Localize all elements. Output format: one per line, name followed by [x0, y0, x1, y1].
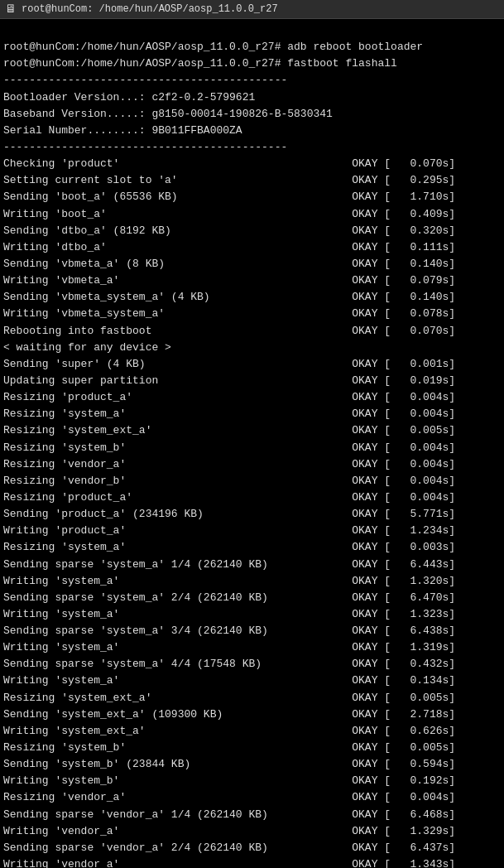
terminal-line: Sending 'boot_a' (65536 KB) OKAY [ 1.710… — [3, 189, 501, 205]
terminal-line: root@hunCom:/home/hun/AOSP/aosp_11.0.0_r… — [3, 55, 501, 72]
terminal-line: Sending 'super' (4 KB) OKAY [ 0.001s] — [3, 356, 501, 373]
terminal-line: Sending 'vbmeta_a' (8 KB) OKAY [ 0.140s] — [3, 256, 501, 272]
terminal-line: Setting current slot to 'a' OKAY [ 0.295… — [3, 172, 501, 189]
terminal-line: Sending sparse 'system_a' 3/4 (262140 KB… — [3, 623, 501, 639]
terminal-line: Resizing 'system_ext_a' OKAY [ 0.005s] — [3, 422, 501, 439]
terminal-line: < waiting for any device > — [3, 340, 501, 356]
terminal-line: Baseband Version.....: g8150-00014-19082… — [3, 106, 501, 123]
terminal-line: Resizing 'product_a' OKAY [ 0.004s] — [3, 389, 501, 406]
terminal-line: ----------------------------------------… — [3, 139, 501, 156]
terminal-line: Writing 'system_b' OKAY [ 0.192s] — [3, 773, 501, 789]
terminal-line: Sending 'vbmeta_system_a' (4 KB) OKAY [ … — [3, 289, 501, 306]
terminal-line: Writing 'vendor_a' OKAY [ 1.329s] — [3, 823, 501, 840]
terminal-line: ----------------------------------------… — [3, 72, 501, 89]
terminal-output: root@hunCom:/home/hun/AOSP/aosp_11.0.0_r… — [0, 19, 504, 868]
terminal-line: Writing 'vbmeta_system_a' OKAY [ 0.078s] — [3, 306, 501, 322]
terminal-line: Resizing 'product_a' OKAY [ 0.004s] — [3, 489, 501, 506]
terminal-line: Writing 'system_a' OKAY [ 1.320s] — [3, 573, 501, 590]
title-bar: 🖥 root@hunCom: /home/hun/AOSP/aosp_11.0.… — [0, 0, 504, 19]
terminal-line: Resizing 'system_ext_a' OKAY [ 0.005s] — [3, 690, 501, 706]
terminal-line: Writing 'system_a' OKAY [ 1.319s] — [3, 639, 501, 656]
terminal-line: Writing 'system_ext_a' OKAY [ 0.626s] — [3, 723, 501, 740]
terminal-line: Sending sparse 'system_a' 1/4 (262140 KB… — [3, 557, 501, 573]
terminal-line: Updating super partition OKAY [ 0.019s] — [3, 373, 501, 389]
terminal-line: Writing 'vbmeta_a' OKAY [ 0.079s] — [3, 272, 501, 289]
terminal-line: Bootloader Version...: c2f2-0.2-5799621 — [3, 89, 501, 106]
terminal-icon: 🖥 — [5, 2, 17, 16]
terminal-line: Writing 'product_a' OKAY [ 1.234s] — [3, 523, 501, 539]
terminal-line: Resizing 'system_b' OKAY [ 0.004s] — [3, 440, 501, 456]
terminal-line: Resizing 'system_b' OKAY [ 0.005s] — [3, 740, 501, 756]
terminal-line: Writing 'vendor_a' OKAY [ 1.343s] — [3, 856, 501, 868]
terminal-line: Writing 'system_a' OKAY [ 0.134s] — [3, 673, 501, 689]
terminal-line: Resizing 'system_a' OKAY [ 0.003s] — [3, 539, 501, 556]
terminal-line: Checking 'product' OKAY [ 0.070s] — [3, 156, 501, 172]
title-text: root@hunCom: /home/hun/AOSP/aosp_11.0.0_… — [22, 3, 278, 15]
terminal-line: Sending 'system_b' (23844 KB) OKAY [ 0.5… — [3, 756, 501, 773]
terminal-line: Sending sparse 'vendor_a' 2/4 (262140 KB… — [3, 840, 501, 856]
terminal-line: Rebooting into fastboot OKAY [ 0.070s] — [3, 323, 501, 340]
terminal-line: Writing 'boot_a' OKAY [ 0.409s] — [3, 206, 501, 223]
terminal-line: Sending sparse 'system_a' 2/4 (262140 KB… — [3, 590, 501, 606]
terminal-line: Writing 'dtbo_a' OKAY [ 0.111s] — [3, 239, 501, 256]
terminal-line: Sending 'dtbo_a' (8192 KB) OKAY [ 0.320s… — [3, 223, 501, 239]
terminal-line: Sending 'system_ext_a' (109300 KB) OKAY … — [3, 706, 501, 723]
terminal-line: Resizing 'vendor_a' OKAY [ 0.004s] — [3, 456, 501, 473]
terminal-line: Sending sparse 'system_a' 4/4 (17548 KB)… — [3, 656, 501, 673]
terminal-line: Serial Number........: 9B011FFBA000ZA — [3, 123, 501, 139]
terminal-line: Resizing 'vendor_b' OKAY [ 0.004s] — [3, 473, 501, 489]
terminal-line: Writing 'system_a' OKAY [ 1.323s] — [3, 606, 501, 623]
terminal-line: Resizing 'vendor_a' OKAY [ 0.004s] — [3, 789, 501, 806]
terminal-line: Resizing 'system_a' OKAY [ 0.004s] — [3, 406, 501, 422]
terminal-line: Sending sparse 'vendor_a' 1/4 (262140 KB… — [3, 807, 501, 823]
terminal-line: root@hunCom:/home/hun/AOSP/aosp_11.0.0_r… — [3, 39, 501, 55]
terminal-line: Sending 'product_a' (234196 KB) OKAY [ 5… — [3, 506, 501, 523]
